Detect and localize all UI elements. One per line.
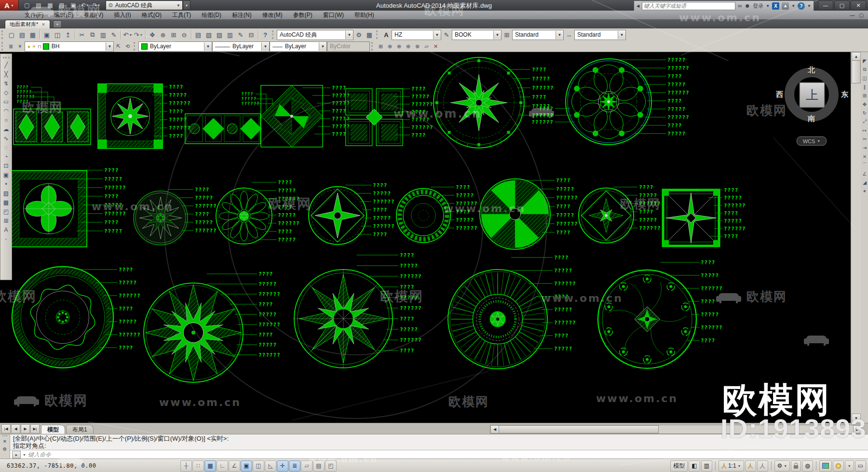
annotation-autoscale-button[interactable]: 人	[757, 460, 768, 472]
quickcalc-button[interactable]: ⊟	[246, 30, 257, 40]
explode-tool[interactable]: ✶	[861, 187, 868, 195]
layer-properties-button[interactable]: ≣	[6, 42, 15, 51]
workspace-switcher[interactable]: ⚙ AutoCAD 经典 ▼	[106, 0, 183, 10]
viewport-skew-button[interactable]: ▱	[422, 42, 431, 51]
search-icon[interactable]: ∞	[738, 2, 742, 9]
arc-tool[interactable]: ◠	[1, 106, 11, 115]
new-button[interactable]: ▢	[6, 30, 17, 40]
command-input-placeholder[interactable]: 键入命令	[28, 451, 51, 459]
trim-tool[interactable]: ✂	[861, 135, 868, 143]
menu-item-10[interactable]: 窗口(W)	[318, 11, 349, 20]
menu-item-6[interactable]: 绘图(D)	[196, 11, 227, 20]
customize-icon[interactable]: ⚙	[3, 446, 7, 452]
ellipse-tool[interactable]: ◌	[1, 143, 11, 152]
snap-mode-toggle[interactable]: ∷	[192, 460, 204, 472]
restore-button[interactable]: ▢	[834, 0, 850, 10]
layer-states-button[interactable]: ☀	[15, 42, 25, 51]
viewcube-south[interactable]: 南	[808, 114, 815, 123]
redo-button[interactable]: ↷▼	[91, 0, 102, 10]
chevron-down-icon[interactable]: ▼	[807, 4, 811, 8]
toolbar-lock-button[interactable]	[791, 460, 801, 472]
zoom-previous-button[interactable]: ⊖	[179, 30, 190, 40]
open-button[interactable]: ▤	[33, 0, 44, 10]
doc-minimize-button[interactable]: —	[849, 13, 856, 18]
layer-dropdown[interactable]: ● ☀ ⊓ BH ▼	[25, 41, 114, 52]
viewcube-east[interactable]: 东	[841, 90, 848, 99]
make-layer-current-button[interactable]: ⇱	[114, 42, 123, 51]
menu-item-5[interactable]: 工具(T)	[167, 11, 196, 20]
menu-item-2[interactable]: 视图(V)	[79, 11, 108, 20]
text-style-dropdown[interactable]: HZ ▼	[392, 30, 441, 40]
vertical-scrollbar[interactable]: ▲ ▼	[851, 52, 861, 423]
scroll-right-icon[interactable]: ▶	[853, 425, 862, 433]
menu-item-7[interactable]: 标注(N)	[227, 11, 257, 20]
array-tool[interactable]: ⊞	[861, 91, 868, 100]
spline-tool[interactable]: ∿	[1, 134, 11, 143]
paste-button[interactable]: ▥	[98, 30, 108, 40]
dynamic-input-toggle[interactable]: ✛	[277, 460, 288, 472]
next-tab-button[interactable]: ▶	[21, 424, 30, 433]
collapse-icon[interactable]: ◀	[637, 4, 639, 8]
make-block-tool[interactable]: ▣	[1, 170, 11, 179]
close-icon[interactable]: ✕	[41, 22, 45, 27]
toolbar-grip[interactable]	[272, 30, 275, 39]
gradient-tool[interactable]: ▩	[1, 198, 11, 207]
selection-cycling-toggle[interactable]: ◰	[325, 460, 337, 472]
quick-properties-toggle[interactable]: ▤	[313, 460, 325, 472]
toolbar-grip[interactable]	[1, 30, 4, 39]
region-tool[interactable]: ◰	[1, 207, 11, 216]
close-button[interactable]: ✕	[851, 0, 866, 10]
layout-tab-1[interactable]: 布局1	[66, 425, 94, 434]
erase-tool[interactable]: ◤	[861, 56, 868, 65]
isolate-objects-button[interactable]	[833, 460, 844, 472]
tool-palettes-button[interactable]: ▨	[214, 30, 225, 40]
chamfer-tool[interactable]: ∠	[861, 169, 868, 178]
plot-button[interactable]: ▣	[41, 30, 52, 40]
dynamic-ucs-toggle[interactable]: ◺	[265, 460, 276, 472]
table-tool[interactable]: ⊞	[1, 216, 11, 225]
toolbar-grip[interactable]	[376, 30, 379, 39]
drawing-area[interactable]: ????????????????????????????????????????…	[0, 52, 868, 423]
show-lineweight-toggle[interactable]: ≣	[289, 460, 300, 472]
menu-item-11[interactable]: 帮助(H)	[349, 11, 380, 20]
viewport-table-button[interactable]: ⊞	[376, 42, 385, 51]
redo-button[interactable]: ↷▼	[133, 30, 144, 40]
a360-icon[interactable]: ▲	[782, 2, 789, 10]
fillet-tool[interactable]: ⌒	[861, 161, 868, 169]
copy-button[interactable]: ⧉	[87, 30, 98, 40]
dim-style-dropdown[interactable]: BOOK ▼	[452, 30, 502, 40]
cut-button[interactable]: ✂	[77, 30, 87, 40]
first-tab-button[interactable]: |◀	[1, 424, 11, 433]
designcenter-button[interactable]: ▧	[203, 30, 214, 40]
zoom-window-button[interactable]: ⊞	[168, 30, 179, 40]
viewport-freeze-button[interactable]: ⊕	[385, 42, 394, 51]
copy-tool[interactable]: ⧉	[861, 65, 868, 74]
point-tool[interactable]: •	[1, 179, 11, 189]
viewport-thaw-button[interactable]: ⊕	[394, 42, 404, 51]
3d-object-snap-toggle[interactable]: ◫	[253, 460, 264, 472]
exchange-apps-icon[interactable]: X	[772, 2, 779, 10]
pan-button[interactable]: ✥	[147, 30, 158, 40]
properties-button[interactable]: ▤	[193, 30, 203, 40]
layout-tab-0[interactable]: 模型	[41, 425, 65, 434]
save-button[interactable]: ▦	[27, 30, 38, 40]
zoom-realtime-button[interactable]: ⊕	[158, 30, 168, 40]
layer-previous-button[interactable]: ⟲	[123, 42, 132, 51]
help-button[interactable]: ?	[260, 30, 271, 40]
polygon-tool[interactable]: ◇	[1, 88, 11, 97]
scale-tool[interactable]: ⤢	[861, 117, 868, 126]
publish-button[interactable]: ↥	[63, 30, 73, 40]
scroll-down-icon[interactable]: ▼	[852, 414, 861, 422]
viewcube-west[interactable]: 西	[776, 90, 783, 99]
menu-item-9[interactable]: 参数(P)	[288, 11, 318, 20]
annotation-scale-button[interactable]: 人 1:1 ▼	[719, 460, 744, 472]
drawing-tab[interactable]: 地面素材库* ✕	[5, 20, 50, 28]
circle-tool[interactable]: ○	[1, 115, 11, 124]
table-style-dropdown[interactable]: Standard ▼	[512, 30, 564, 40]
prev-tab-button[interactable]: ◀	[11, 424, 20, 433]
plot-button[interactable]: ▣	[68, 0, 79, 10]
viewport-new-freeze-button[interactable]: ⊕	[404, 42, 413, 51]
minimize-button[interactable]: —	[818, 0, 833, 10]
command-input-row[interactable]: ▸ ▼ 键入命令	[10, 450, 868, 459]
undo-button[interactable]: ↶▼	[122, 30, 133, 40]
